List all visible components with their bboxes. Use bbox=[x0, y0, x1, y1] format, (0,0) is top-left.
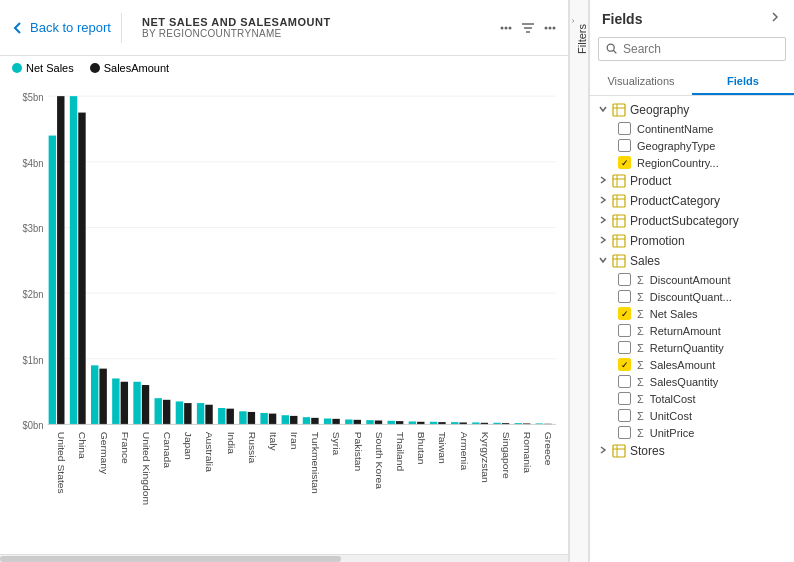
tree-group-header-productsubcategory[interactable]: ProductSubcategory bbox=[590, 211, 794, 231]
svg-text:Syria: Syria bbox=[332, 432, 342, 456]
checkbox[interactable] bbox=[618, 156, 631, 169]
svg-rect-70 bbox=[396, 421, 403, 424]
svg-text:Bhutan: Bhutan bbox=[416, 432, 426, 465]
svg-rect-36 bbox=[155, 398, 162, 424]
chart-scrollbar-thumb[interactable] bbox=[0, 556, 341, 562]
chart-scrollbar[interactable] bbox=[0, 554, 568, 562]
tree-group-header-promotion[interactable]: Promotion bbox=[590, 231, 794, 251]
chart-subtitle: BY REGIONCOUNTRYNAME bbox=[142, 28, 331, 39]
checkbox[interactable] bbox=[618, 290, 631, 303]
tree-item[interactable]: Σ UnitPrice bbox=[590, 424, 794, 441]
svg-text:Thailand: Thailand bbox=[395, 432, 405, 472]
sigma-icon: Σ bbox=[637, 393, 644, 405]
sigma-icon: Σ bbox=[637, 359, 644, 371]
tree-group-sales: Sales Σ DiscountAmount Σ DiscountQuant..… bbox=[590, 251, 794, 441]
svg-rect-63 bbox=[345, 419, 352, 424]
svg-rect-24 bbox=[70, 96, 77, 424]
panel-tabs: Visualizations Fields bbox=[590, 69, 794, 96]
svg-text:South Korea: South Korea bbox=[374, 432, 384, 490]
tree-item[interactable]: Σ Net Sales bbox=[590, 305, 794, 322]
checkbox[interactable] bbox=[618, 392, 631, 405]
svg-rect-105 bbox=[613, 215, 625, 227]
more-icon[interactable] bbox=[498, 20, 514, 36]
svg-text:$1bn: $1bn bbox=[23, 354, 44, 366]
svg-rect-96 bbox=[613, 104, 625, 116]
checkbox[interactable] bbox=[618, 324, 631, 337]
tab-visualizations[interactable]: Visualizations bbox=[590, 69, 692, 95]
filters-label: Filters bbox=[576, 24, 588, 54]
tab-fields[interactable]: Fields bbox=[692, 69, 794, 95]
checkbox[interactable] bbox=[618, 341, 631, 354]
checkbox[interactable] bbox=[618, 273, 631, 286]
tree-group-header-product[interactable]: Product bbox=[590, 171, 794, 191]
checkbox[interactable] bbox=[618, 375, 631, 388]
svg-rect-25 bbox=[78, 113, 85, 425]
svg-rect-31 bbox=[121, 382, 128, 425]
sigma-icon: Σ bbox=[637, 291, 644, 303]
tree-item-label: DiscountAmount bbox=[650, 274, 731, 286]
tree-item-label: SalesQuantity bbox=[650, 376, 718, 388]
tree-item[interactable]: ContinentName bbox=[590, 120, 794, 137]
tree-item[interactable]: Σ TotalCost bbox=[590, 390, 794, 407]
svg-point-6 bbox=[545, 26, 548, 29]
svg-text:Pakistan: Pakistan bbox=[353, 432, 363, 472]
back-label: Back to report bbox=[30, 20, 111, 35]
legend-sales-amount: SalesAmount bbox=[90, 62, 169, 74]
tree-chevron-promotion bbox=[598, 234, 608, 248]
checkbox[interactable] bbox=[618, 122, 631, 135]
svg-rect-22 bbox=[57, 96, 64, 424]
left-panel: Back to report NET SALES AND SALESAMOUNT… bbox=[0, 0, 569, 562]
tree-group-header-stores[interactable]: Stores bbox=[590, 441, 794, 461]
filters-panel[interactable]: Filters bbox=[569, 0, 589, 562]
tree-group-header-geography[interactable]: Geography bbox=[590, 100, 794, 120]
tree-group-header-productcategory[interactable]: ProductCategory bbox=[590, 191, 794, 211]
filter-icon[interactable] bbox=[520, 20, 536, 36]
checkbox[interactable] bbox=[618, 139, 631, 152]
tree-item[interactable]: Σ UnitCost bbox=[590, 407, 794, 424]
svg-text:Kyrgyzstan: Kyrgyzstan bbox=[480, 432, 490, 483]
tree-item[interactable]: Σ SalesAmount bbox=[590, 356, 794, 373]
tree-item[interactable]: GeographyType bbox=[590, 137, 794, 154]
tree-item[interactable]: Σ DiscountQuant... bbox=[590, 288, 794, 305]
options-icon[interactable] bbox=[542, 20, 558, 36]
tree-item[interactable]: Σ DiscountAmount bbox=[590, 271, 794, 288]
svg-rect-46 bbox=[227, 409, 234, 425]
tree-group-label-stores: Stores bbox=[630, 444, 665, 458]
tree-item[interactable]: Σ ReturnQuantity bbox=[590, 339, 794, 356]
chart-legend: Net Sales SalesAmount bbox=[0, 56, 568, 80]
svg-point-8 bbox=[553, 26, 556, 29]
tree-group-header-sales[interactable]: Sales bbox=[590, 251, 794, 271]
checkbox[interactable] bbox=[618, 409, 631, 422]
svg-rect-43 bbox=[205, 405, 212, 425]
tree-item-label: GeographyType bbox=[637, 140, 715, 152]
sigma-icon: Σ bbox=[637, 308, 644, 320]
svg-rect-48 bbox=[239, 411, 246, 424]
tree-item[interactable]: RegionCountry... bbox=[590, 154, 794, 171]
svg-text:Italy: Italy bbox=[268, 432, 278, 451]
search-box[interactable] bbox=[598, 37, 786, 61]
checkbox[interactable] bbox=[618, 426, 631, 439]
svg-rect-58 bbox=[311, 418, 318, 425]
tree-item[interactable]: Σ ReturnAmount bbox=[590, 322, 794, 339]
svg-rect-64 bbox=[354, 420, 361, 425]
svg-point-0 bbox=[501, 26, 504, 29]
tree-chevron-productsubcategory bbox=[598, 214, 608, 228]
chart-area: $5bn$4bn$3bn$2bn$1bn$0bnUnited StatesChi… bbox=[0, 80, 568, 554]
svg-rect-45 bbox=[218, 408, 225, 424]
tree-item-label: ReturnQuantity bbox=[650, 342, 724, 354]
right-panel: Fields Visualizations Fields Geography bbox=[589, 0, 794, 562]
svg-rect-67 bbox=[375, 420, 382, 424]
svg-rect-52 bbox=[269, 414, 276, 425]
search-input[interactable] bbox=[623, 42, 779, 56]
right-panel-collapse[interactable] bbox=[768, 10, 782, 27]
checkbox[interactable] bbox=[618, 307, 631, 320]
tree-group-geography: Geography ContinentName GeographyType Re… bbox=[590, 100, 794, 171]
tree-group-productcategory: ProductCategory bbox=[590, 191, 794, 211]
tree-item[interactable]: Σ SalesQuantity bbox=[590, 373, 794, 390]
checkbox[interactable] bbox=[618, 358, 631, 371]
svg-rect-33 bbox=[133, 382, 140, 425]
svg-rect-54 bbox=[282, 415, 289, 424]
tree-group-product: Product bbox=[590, 171, 794, 191]
svg-rect-108 bbox=[613, 235, 625, 247]
back-to-report-button[interactable]: Back to report bbox=[10, 20, 111, 36]
